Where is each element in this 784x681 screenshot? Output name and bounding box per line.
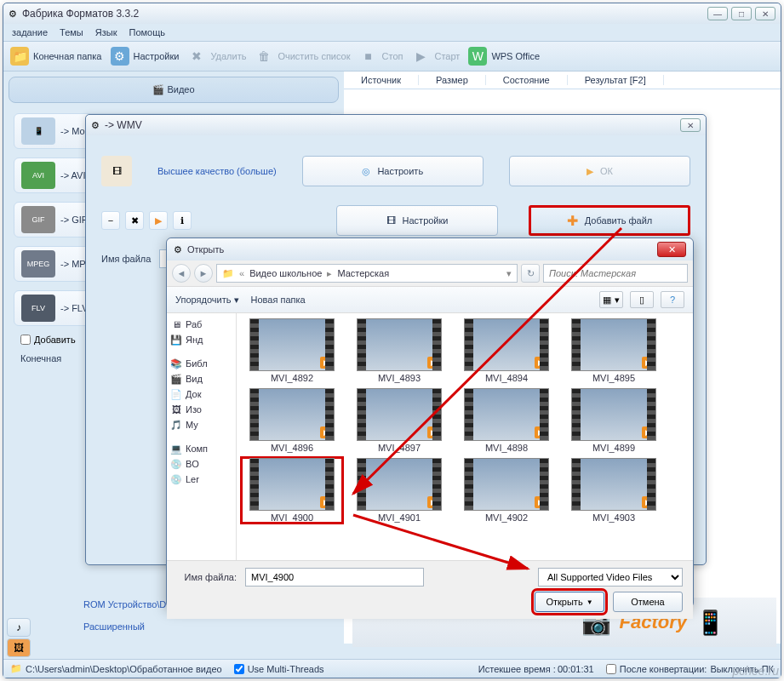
breadcrumb[interactable]: 📁 « Видео школьное ▸ Мастерская ▾ <box>216 264 518 283</box>
search-input[interactable] <box>543 264 688 283</box>
file-thumb[interactable]: ▶MVI_4900 <box>242 458 342 523</box>
settings-film-icon: 🎞 <box>386 215 396 226</box>
file-thumb[interactable]: ▶MVI_4901 <box>349 458 449 523</box>
file-caption: MVI_4892 <box>271 373 313 383</box>
multithread-checkbox[interactable] <box>234 664 244 674</box>
after-checkbox[interactable] <box>606 664 616 674</box>
folder-tree[interactable]: 🖥Раб 💾Янд 📚Библ 🎬Вид 📄Док 🖼Изо 🎵Му 💻Комп… <box>167 313 237 560</box>
clear-list-button[interactable]: 🗑Очистить список <box>255 47 350 66</box>
add-checkbox[interactable] <box>20 335 31 345</box>
forward-button[interactable]: ► <box>194 264 213 283</box>
plus-icon: ✚ <box>567 213 578 229</box>
file-thumb[interactable]: ▶MVI_4902 <box>456 458 557 523</box>
wmv-settings-button[interactable]: 🎞Настройки <box>336 205 498 236</box>
file-caption: MVI_4900 <box>271 512 313 523</box>
file-thumb[interactable]: ▶MVI_4892 <box>242 318 342 383</box>
view-mode-button[interactable]: ▦ ▾ <box>599 291 623 308</box>
wps-office-button[interactable]: WWPS Office <box>468 47 540 66</box>
phone-icon: 📱 <box>695 609 725 637</box>
mpeg-icon: MPEG <box>21 250 55 278</box>
maximize-button[interactable]: □ <box>731 7 752 20</box>
filetype-select[interactable]: All Supported Video Files <box>538 568 683 587</box>
stop-button[interactable]: ■Стоп <box>359 47 403 66</box>
col-size[interactable]: Размер <box>419 75 486 85</box>
breadcrumb-0[interactable]: Видео школьное <box>249 268 322 278</box>
open-button[interactable]: Открыть ▼ <box>535 592 604 612</box>
library-icon: 📚 <box>170 358 182 369</box>
menu-themes[interactable]: Темы <box>60 27 83 37</box>
play-overlay-icon: ▶ <box>642 426 654 438</box>
small-play-icon[interactable]: ▶ <box>149 211 168 230</box>
app-icon: ⚙ <box>9 9 17 20</box>
open-titlebar: ⚙ Открыть ✕ <box>167 238 693 260</box>
wmv-close-button[interactable]: ✕ <box>680 118 701 132</box>
back-button[interactable]: ◄ <box>172 264 191 283</box>
menu-help[interactable]: Помощь <box>129 27 165 37</box>
stop-icon: ■ <box>359 47 378 66</box>
gear-icon: ⚙ <box>111 47 129 66</box>
menu-language[interactable]: Язык <box>95 27 117 37</box>
small-info-icon[interactable]: ℹ <box>173 211 192 230</box>
cancel-button[interactable]: Отмена <box>613 592 683 612</box>
col-state[interactable]: Состояние <box>486 75 568 85</box>
picture-tab[interactable]: 🖼 <box>7 638 31 657</box>
small-delete-icon[interactable]: − <box>101 211 120 230</box>
multithread-label: Use Multi-Threads <box>248 664 324 674</box>
film-icon: 🎬 <box>152 84 164 94</box>
small-clear-icon[interactable]: ✖ <box>125 211 144 230</box>
wps-icon: W <box>468 47 487 66</box>
file-thumb[interactable]: ▶MVI_4894 <box>456 318 557 383</box>
elapsed-label: Истекшее время : <box>478 664 556 674</box>
file-thumb[interactable]: ▶MVI_4893 <box>349 318 449 383</box>
output-path[interactable]: C:\Users\admin\Desktop\Обработанное виде… <box>26 664 222 674</box>
new-folder-button[interactable]: Новая папка <box>251 295 306 305</box>
file-caption: MVI_4896 <box>271 443 313 453</box>
file-thumb[interactable]: ▶MVI_4897 <box>349 388 449 453</box>
organize-button[interactable]: Упорядочить ▾ <box>175 295 239 306</box>
ok-arrow-icon: ▶ <box>587 166 593 177</box>
breadcrumb-1[interactable]: Мастерская <box>337 268 389 278</box>
col-source[interactable]: Источник <box>344 75 419 85</box>
close-button[interactable]: ✕ <box>755 7 775 20</box>
menu-task[interactable]: задание <box>12 27 48 37</box>
open-close-button[interactable]: ✕ <box>657 242 686 257</box>
col-result[interactable]: Результат [F2] <box>568 75 664 85</box>
play-overlay-icon: ▶ <box>427 357 439 369</box>
help-button[interactable]: ? <box>661 291 684 308</box>
play-overlay-icon: ▶ <box>320 496 332 508</box>
clear-icon: 🗑 <box>255 47 273 66</box>
file-thumb[interactable]: ▶MVI_4896 <box>242 388 342 453</box>
minimize-button[interactable]: — <box>707 7 728 20</box>
file-thumb[interactable]: ▶MVI_4898 <box>456 388 557 453</box>
play-icon: ▶ <box>411 47 430 66</box>
file-grid: ▶MVI_4892▶MVI_4893▶MVI_4894▶MVI_4895▶MVI… <box>237 313 693 560</box>
nav-row: ◄ ► 📁 « Видео школьное ▸ Мастерская ▾ ↻ <box>167 260 693 287</box>
music-icon: 🎵 <box>170 419 182 431</box>
start-button[interactable]: ▶Старт <box>411 47 460 66</box>
play-overlay-icon: ▶ <box>642 496 654 508</box>
file-thumb[interactable]: ▶MVI_4903 <box>564 458 664 523</box>
open-title: Открыть <box>187 244 657 255</box>
file-thumb[interactable]: ▶MVI_4895 <box>564 318 664 383</box>
mobile-icon: 📱 <box>21 117 55 145</box>
file-caption: MVI_4899 <box>592 443 635 453</box>
ok-button[interactable]: ▶ОК <box>509 156 690 186</box>
menubar: задание Темы Язык Помощь <box>3 24 781 42</box>
flv-icon: FLV <box>21 295 55 322</box>
file-thumb[interactable]: ▶MVI_4899 <box>564 388 664 453</box>
add-file-button[interactable]: ✚Добавить файл <box>529 205 690 236</box>
quality-link[interactable]: Высшее качество (больше) <box>157 166 277 176</box>
advanced-link[interactable]: Расширенный <box>7 616 145 637</box>
file-caption: MVI_4893 <box>378 373 421 383</box>
refresh-button[interactable]: ↻ <box>521 264 540 283</box>
add-row: − ✖ ▶ ℹ 🎞Настройки ✚Добавить файл <box>98 198 694 243</box>
video-header[interactable]: 🎬 Видео <box>9 77 339 103</box>
settings-button[interactable]: ⚙Настройки <box>111 47 180 66</box>
open-filename-input[interactable] <box>245 568 424 587</box>
configure-button[interactable]: ◎Настроить <box>302 156 484 186</box>
preview-pane-button[interactable]: ▯ <box>630 291 654 308</box>
delete-button[interactable]: ✖Удалить <box>187 47 246 66</box>
gif-icon: GIF <box>21 206 55 233</box>
drive-icon: 💿 <box>170 458 182 470</box>
output-folder-button[interactable]: 📁Конечная папка <box>10 47 102 66</box>
